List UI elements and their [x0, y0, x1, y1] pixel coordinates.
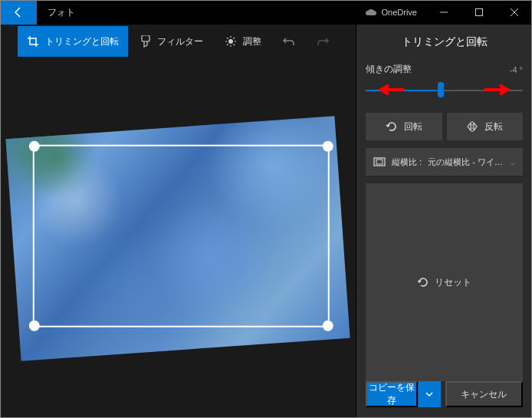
crop-handle-bl[interactable] — [29, 320, 40, 331]
crop-handle-tr[interactable] — [323, 140, 333, 151]
photo-wrapper — [5, 116, 350, 360]
tilt-value: -4 ° — [510, 65, 523, 74]
cloud-icon — [365, 8, 377, 16]
maximize-icon — [475, 8, 483, 16]
tilt-slider[interactable] — [366, 81, 523, 99]
minimize-button[interactable] — [426, 0, 461, 25]
redo-icon — [317, 35, 329, 48]
slider-thumb[interactable] — [438, 82, 444, 97]
undo-icon — [283, 35, 295, 48]
reset-button[interactable]: リセット — [366, 183, 523, 381]
app-title: フォト — [48, 6, 75, 19]
save-copy-button[interactable]: コピーを保存 — [366, 381, 418, 407]
crop-handle-tl[interactable] — [29, 140, 40, 151]
close-icon — [511, 8, 518, 16]
tab-adjust[interactable]: 調整 — [215, 26, 271, 57]
flip-button[interactable]: 反転 — [447, 113, 524, 140]
tab-crop-rotate[interactable]: トリミングと回転 — [18, 26, 128, 57]
side-panel: トリミングと回転 傾きの調整 -4 ° 回転 反転 縦横比 : 元の縦横比 — [356, 25, 532, 418]
button-label: キャンセル — [461, 388, 507, 401]
chevron-down-icon: ⌵ — [511, 158, 515, 166]
canvas[interactable] — [0, 58, 356, 418]
button-label: 反転 — [484, 120, 503, 133]
redo-button[interactable] — [307, 26, 338, 57]
filter-icon — [140, 35, 151, 48]
tab-label: トリミングと回転 — [45, 35, 119, 48]
titlebar: フォト OneDrive — [0, 0, 532, 25]
back-button[interactable] — [0, 0, 37, 25]
crop-handle-br[interactable] — [323, 320, 333, 331]
button-label: 回転 — [404, 120, 422, 133]
onedrive-label: OneDrive — [382, 8, 417, 17]
panel-footer: コピーを保存 キャンセル — [366, 381, 523, 407]
maximize-button[interactable] — [461, 0, 497, 25]
annotation-arrow-right — [484, 84, 511, 96]
panel-title: トリミングと回転 — [366, 35, 523, 49]
crop-icon — [27, 35, 39, 48]
annotation-arrow-left — [378, 84, 404, 96]
chevron-down-icon — [425, 392, 433, 397]
adjust-icon — [225, 35, 237, 48]
tab-label: フィルター — [157, 35, 203, 48]
rotate-icon — [386, 120, 398, 133]
button-label: リセット — [435, 276, 471, 289]
crop-frame[interactable] — [33, 144, 330, 327]
cancel-button[interactable]: キャンセル — [445, 381, 524, 407]
aspect-ratio-dropdown[interactable]: 縦横比 : 元の縦横比 - ワイド... ⌵ — [366, 148, 523, 176]
tilt-label: 傾きの調整 — [366, 63, 412, 76]
tab-filter[interactable]: フィルター — [131, 26, 212, 57]
close-button[interactable] — [497, 0, 532, 25]
svg-rect-5 — [376, 160, 383, 164]
aspect-label: 縦横比 : — [392, 156, 422, 168]
tab-label: 調整 — [243, 35, 261, 48]
rotate-button[interactable]: 回転 — [366, 113, 442, 140]
button-label: コピーを保存 — [367, 381, 416, 407]
reset-icon — [418, 277, 429, 288]
minimize-icon — [440, 8, 448, 16]
editor-toolbar: トリミングと回転 フィルター 調整 — [0, 25, 356, 58]
flip-icon — [466, 121, 478, 132]
onedrive-status[interactable]: OneDrive — [356, 8, 426, 17]
aspect-value: 元の縦横比 - ワイド... — [428, 156, 504, 168]
arrow-left-icon — [12, 6, 25, 18]
editor-area: トリミングと回転 フィルター 調整 — [0, 25, 356, 418]
undo-button[interactable] — [274, 26, 304, 57]
aspect-icon — [373, 157, 386, 166]
svg-rect-1 — [476, 9, 483, 16]
svg-point-2 — [228, 39, 233, 44]
save-dropdown-button[interactable] — [418, 381, 441, 407]
